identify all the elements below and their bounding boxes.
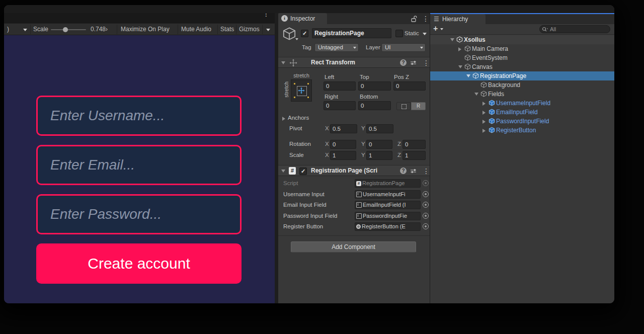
button-icon [356,224,361,229]
username-input-row-label: Username Input [283,191,325,197]
top-label: Top [360,74,369,80]
static-checkbox[interactable] [395,30,403,37]
rotation-x-field[interactable]: 0 [330,140,356,149]
password-input-object-field[interactable]: PasswordInputFie [355,212,421,220]
posz-label: Pos Z [394,74,409,80]
lock-open-icon[interactable] [411,15,417,22]
script-component-foldout[interactable] [281,170,285,173]
hierarchy-tab-icon: ☰ [434,16,439,23]
search-filter-value: All [550,26,556,32]
object-picker-icon[interactable] [423,191,429,197]
password-placeholder: Enter Password... [50,206,162,222]
script-object-field[interactable]: #RegistrationPage [355,179,421,188]
prefab-cube-icon [489,127,495,133]
create-object-button[interactable]: + [433,24,438,33]
username-input[interactable]: Enter Username... [36,96,242,136]
pivot-y-field[interactable]: 0.5 [366,124,393,133]
left-field[interactable]: 0 [324,81,356,91]
inspector-panel: i Inspector ⋮ ✓ RegistrationPage Static … [278,13,430,303]
script-component-header[interactable]: # ✓ Registration Page (Scri ? ⋮ [278,165,430,176]
add-component-button[interactable]: Add Component [291,241,416,253]
rotation-z-field[interactable]: 0 [403,140,426,149]
layer-dropdown[interactable]: UI [381,43,426,52]
search-icon [542,27,548,32]
pivot-x-field[interactable]: 0.5 [330,124,357,133]
hierarchy-item-fields[interactable]: Fields [430,90,614,99]
object-picker-icon[interactable] [423,213,429,219]
password-input[interactable]: Enter Password... [36,194,242,234]
inspector-body: ✓ RegistrationPage Static Tag Untagged L… [278,24,430,303]
presets-icon[interactable] [410,60,417,66]
email-input[interactable]: Enter Email... [36,145,242,185]
hierarchy-item-eventsystem[interactable]: EventSystem [430,53,614,62]
hierarchy-item-canvas[interactable]: Canvas [430,62,614,71]
scale-z-field[interactable]: 1 [403,151,426,160]
hierarchy-item-registrationpage[interactable]: RegistrationPage [430,71,614,80]
right-field[interactable]: 0 [324,101,356,110]
hierarchy-item-registerbutton[interactable]: RegisterButton [430,126,614,135]
gameobject-cube-icon [480,91,487,97]
hierarchy-item-emailinputfield[interactable]: EmailInputField [430,108,614,117]
help-icon[interactable]: ? [400,168,407,174]
maximize-on-play-button[interactable]: Maximize On Play [121,26,170,33]
tag-dropdown[interactable]: Untagged [314,43,359,52]
gizmos-button[interactable]: Gizmos [239,26,260,33]
inputfield-icon [356,192,362,197]
hierarchy-item-passwordinputfield[interactable]: PasswordInputField [430,117,614,126]
presets-icon[interactable] [410,168,417,174]
top-field[interactable]: 0 [358,81,391,91]
register-button-object-field[interactable]: RegisterButton (E [355,222,421,231]
blueprint-mode-button[interactable] [396,102,411,110]
inputfield-icon [356,202,362,208]
hierarchy-search-input[interactable]: All [539,25,610,33]
scale-y-field[interactable]: 1 [366,151,392,160]
unity-editor-window: ⋮ ) Scale 0.748› Maximize On Play Mute A… [4,5,614,303]
hierarchy-item-background[interactable]: Background [430,80,614,90]
object-picker-icon[interactable] [423,202,429,208]
anchors-foldout[interactable] [282,117,285,121]
hierarchy-item-main-camera[interactable]: Main Camera [430,44,614,53]
tab-inspector[interactable]: i Inspector [278,13,327,24]
object-picker-icon[interactable] [423,180,429,186]
static-dropdown-arrow[interactable] [423,33,427,35]
email-input-object-field[interactable]: EmailInputField (I [355,201,421,209]
object-picker-icon[interactable] [423,223,429,229]
scale-x-field[interactable]: 1 [330,151,356,160]
stats-button[interactable]: Stats [220,26,234,33]
anchor-preset-widget[interactable] [291,79,312,102]
gameobject-name-field[interactable]: RegistrationPage [312,28,391,38]
script-enabled-checkbox[interactable]: ✓ [299,168,307,175]
prefab-cube-icon [489,100,495,106]
hierarchy-item-usernameinputfield[interactable]: UsernameInputField [430,99,614,108]
script-component-menu-icon[interactable]: ⋮ [423,168,430,175]
scale-slider-knob[interactable] [63,27,68,32]
raw-edit-mode-button[interactable]: R [411,102,426,110]
window-top-strip [4,5,614,13]
posz-field[interactable]: 0 [393,81,426,91]
aspect-dropdown-arrow-icon[interactable] [23,29,27,31]
help-icon[interactable]: ? [400,59,407,66]
inspector-menu-icon[interactable]: ⋮ [422,15,429,22]
rect-transform-header[interactable]: Rect Transform ? ⋮ [278,57,430,68]
rect-transform-menu-icon[interactable]: ⋮ [423,59,430,66]
mute-audio-button[interactable]: Mute Audio [181,26,211,33]
scale-slider-track[interactable] [51,29,86,30]
username-input-object-field[interactable]: UsernameInputFi [355,190,421,199]
bottom-field[interactable]: 0 [358,101,391,110]
tab-hierarchy[interactable]: ☰ Hierarchy [430,14,486,24]
create-account-button[interactable]: Create account [36,243,242,284]
gameobject-active-checkbox[interactable]: ✓ [301,30,308,37]
splitter-game-inspector[interactable] [275,5,278,303]
rotation-y-field[interactable]: 0 [366,140,392,149]
stretch-arrows-icon [298,87,305,94]
prefab-cube-icon [489,118,495,124]
gizmos-dropdown-arrow-icon[interactable] [266,29,270,31]
gameobject-cube-icon[interactable] [282,27,296,41]
gameobject-icon-dropdown-arrow[interactable] [295,38,298,40]
rect-transform-foldout[interactable] [281,61,285,64]
username-placeholder: Enter Username... [50,108,165,124]
aspect-dropdown[interactable]: ) [7,26,9,33]
hierarchy-panel: ☰ Hierarchy + All Xsollus [430,13,614,303]
hierarchy-item-scene[interactable]: Xsollus [430,35,614,44]
create-object-dropdown-arrow[interactable] [440,28,443,30]
